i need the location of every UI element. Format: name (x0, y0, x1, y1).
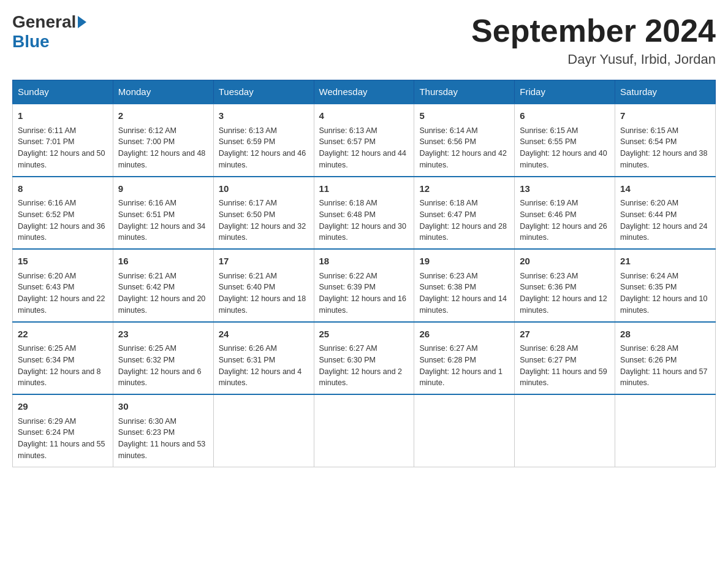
logo-triangle-icon (78, 16, 86, 28)
day-number: 1 (18, 109, 108, 123)
calendar-cell: 4Sunrise: 6:13 AMSunset: 6:57 PMDaylight… (314, 104, 414, 177)
day-number: 7 (620, 109, 710, 123)
day-number: 5 (419, 109, 509, 123)
calendar-header-sunday: Sunday (13, 80, 113, 104)
day-number: 29 (18, 400, 108, 414)
logo-blue-text: Blue (12, 32, 50, 52)
calendar-cell: 20Sunrise: 6:23 AMSunset: 6:36 PMDayligh… (515, 249, 615, 322)
day-number: 15 (18, 255, 108, 269)
day-number: 13 (520, 182, 610, 196)
calendar-header-friday: Friday (515, 80, 615, 104)
day-number: 28 (620, 327, 710, 342)
calendar-header-row: SundayMondayTuesdayWednesdayThursdayFrid… (13, 80, 716, 104)
calendar-cell: 15Sunrise: 6:20 AMSunset: 6:43 PMDayligh… (13, 249, 113, 322)
calendar-cell: 8Sunrise: 6:16 AMSunset: 6:52 PMDaylight… (13, 177, 113, 250)
calendar-table: SundayMondayTuesdayWednesdayThursdayFrid… (12, 80, 716, 467)
calendar-cell: 18Sunrise: 6:22 AMSunset: 6:39 PMDayligh… (314, 249, 414, 322)
calendar-header-thursday: Thursday (414, 80, 515, 104)
day-number: 14 (620, 182, 710, 196)
calendar-week-row: 22Sunrise: 6:25 AMSunset: 6:34 PMDayligh… (13, 322, 716, 395)
calendar-cell: 7Sunrise: 6:15 AMSunset: 6:54 PMDaylight… (615, 104, 716, 177)
calendar-header-monday: Monday (113, 80, 213, 104)
calendar-cell: 22Sunrise: 6:25 AMSunset: 6:34 PMDayligh… (13, 322, 113, 395)
calendar-cell: 16Sunrise: 6:21 AMSunset: 6:42 PMDayligh… (113, 249, 213, 322)
calendar-cell: 9Sunrise: 6:16 AMSunset: 6:51 PMDaylight… (113, 177, 213, 250)
calendar-cell: 24Sunrise: 6:26 AMSunset: 6:31 PMDayligh… (213, 322, 314, 395)
day-number: 4 (319, 109, 409, 123)
day-number: 21 (620, 255, 710, 269)
day-number: 9 (118, 182, 208, 196)
day-number: 24 (219, 327, 309, 342)
calendar-cell: 19Sunrise: 6:23 AMSunset: 6:38 PMDayligh… (414, 249, 515, 322)
calendar-cell: 12Sunrise: 6:18 AMSunset: 6:47 PMDayligh… (414, 177, 515, 250)
calendar-cell: 17Sunrise: 6:21 AMSunset: 6:40 PMDayligh… (213, 249, 314, 322)
day-number: 16 (118, 255, 208, 269)
calendar-cell: 21Sunrise: 6:24 AMSunset: 6:35 PMDayligh… (615, 249, 716, 322)
day-number: 19 (419, 255, 509, 269)
calendar-header-saturday: Saturday (615, 80, 716, 104)
day-number: 12 (419, 182, 509, 196)
day-number: 2 (118, 109, 208, 123)
calendar-cell: 5Sunrise: 6:14 AMSunset: 6:56 PMDaylight… (414, 104, 515, 177)
day-number: 22 (18, 327, 108, 342)
calendar-cell: 28Sunrise: 6:28 AMSunset: 6:26 PMDayligh… (615, 322, 716, 395)
calendar-cell (314, 394, 414, 467)
calendar-cell: 11Sunrise: 6:18 AMSunset: 6:48 PMDayligh… (314, 177, 414, 250)
calendar-cell: 30Sunrise: 6:30 AMSunset: 6:23 PMDayligh… (113, 394, 213, 467)
day-number: 11 (319, 182, 409, 196)
day-number: 3 (219, 109, 309, 123)
day-number: 10 (219, 182, 309, 196)
calendar-cell: 26Sunrise: 6:27 AMSunset: 6:28 PMDayligh… (414, 322, 515, 395)
location-title: Dayr Yusuf, Irbid, Jordan (471, 52, 716, 67)
calendar-cell: 6Sunrise: 6:15 AMSunset: 6:55 PMDaylight… (515, 104, 615, 177)
calendar-week-row: 8Sunrise: 6:16 AMSunset: 6:52 PMDaylight… (13, 177, 716, 250)
page-header: General Blue September 2024 Dayr Yusuf, … (12, 12, 716, 67)
calendar-cell: 27Sunrise: 6:28 AMSunset: 6:27 PMDayligh… (515, 322, 615, 395)
calendar-cell: 13Sunrise: 6:19 AMSunset: 6:46 PMDayligh… (515, 177, 615, 250)
calendar-cell: 29Sunrise: 6:29 AMSunset: 6:24 PMDayligh… (13, 394, 113, 467)
calendar-cell: 14Sunrise: 6:20 AMSunset: 6:44 PMDayligh… (615, 177, 716, 250)
calendar-week-row: 1Sunrise: 6:11 AMSunset: 7:01 PMDaylight… (13, 104, 716, 177)
calendar-cell: 23Sunrise: 6:25 AMSunset: 6:32 PMDayligh… (113, 322, 213, 395)
month-title: September 2024 (471, 12, 716, 49)
day-number: 6 (520, 109, 610, 123)
day-number: 17 (219, 255, 309, 269)
title-section: September 2024 Dayr Yusuf, Irbid, Jordan (471, 12, 716, 67)
day-number: 20 (520, 255, 610, 269)
calendar-header-tuesday: Tuesday (213, 80, 314, 104)
calendar-cell (414, 394, 515, 467)
calendar-cell: 1Sunrise: 6:11 AMSunset: 7:01 PMDaylight… (13, 104, 113, 177)
calendar-cell: 3Sunrise: 6:13 AMSunset: 6:59 PMDaylight… (213, 104, 314, 177)
day-number: 27 (520, 327, 610, 342)
day-number: 30 (118, 400, 208, 414)
calendar-cell (615, 394, 716, 467)
day-number: 8 (18, 182, 108, 196)
day-number: 26 (419, 327, 509, 342)
calendar-cell: 25Sunrise: 6:27 AMSunset: 6:30 PMDayligh… (314, 322, 414, 395)
day-number: 23 (118, 327, 208, 342)
calendar-cell (515, 394, 615, 467)
calendar-header-wednesday: Wednesday (314, 80, 414, 104)
calendar-week-row: 15Sunrise: 6:20 AMSunset: 6:43 PMDayligh… (13, 249, 716, 322)
day-number: 18 (319, 255, 409, 269)
calendar-cell (213, 394, 314, 467)
calendar-week-row: 29Sunrise: 6:29 AMSunset: 6:24 PMDayligh… (13, 394, 716, 467)
day-number: 25 (319, 327, 409, 342)
logo: General Blue (12, 12, 86, 52)
calendar-cell: 10Sunrise: 6:17 AMSunset: 6:50 PMDayligh… (213, 177, 314, 250)
calendar-cell: 2Sunrise: 6:12 AMSunset: 7:00 PMDaylight… (113, 104, 213, 177)
logo-general-text: General (12, 12, 76, 32)
